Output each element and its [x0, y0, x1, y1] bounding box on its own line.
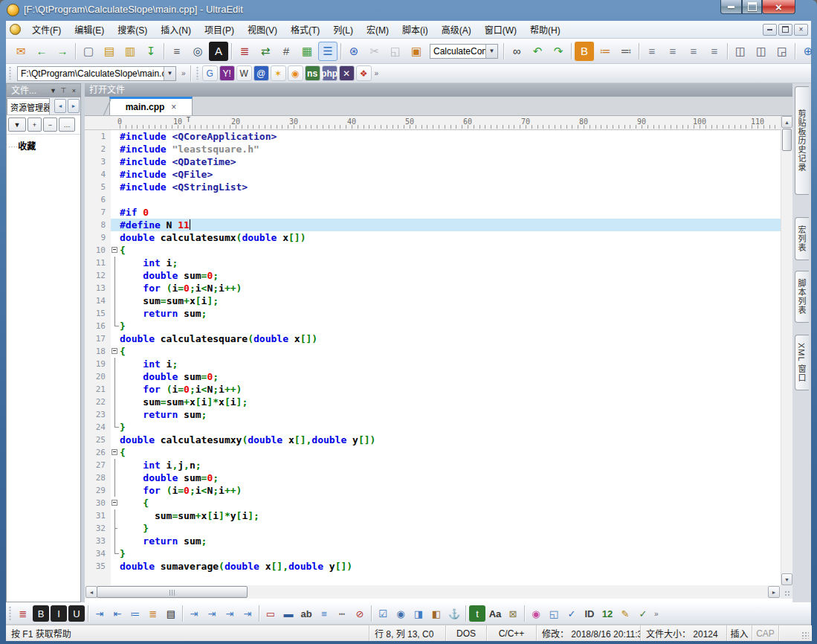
indent-button-2[interactable]: ⇥ [204, 605, 220, 622]
code-text[interactable]: double calculatesquare(double x[]) [120, 332, 781, 345]
wand-button[interactable]: ✎ [617, 605, 633, 622]
explorer-tab[interactable]: 资源管理器 [7, 98, 50, 115]
code-line-15[interactable]: 15 return sum; [85, 307, 781, 320]
tile-windows-button[interactable]: ◫ [752, 42, 771, 61]
menu-item-3[interactable]: 搜索(S) [111, 21, 154, 38]
menu-item-10[interactable]: 脚本(i) [395, 21, 435, 38]
fold-start-icon[interactable] [111, 446, 120, 459]
code-line-17[interactable]: 17double calculatesquare(double x[]) [85, 332, 781, 345]
code-text[interactable]: sum=sum+x[i]; [120, 294, 781, 307]
fold-mid-icon[interactable] [111, 396, 120, 408]
code-line-13[interactable]: 13 for (i=0;i<N;i++) [85, 282, 781, 294]
ultraedit-mail-button[interactable]: ✉ [11, 42, 30, 61]
code-line-25[interactable]: 25double calculatesumxy(double x[],doubl… [85, 434, 781, 446]
fold-mid-icon[interactable] [111, 358, 120, 370]
reformat-button[interactable]: ⇄ [256, 42, 275, 61]
tab-close-icon[interactable]: × [171, 102, 176, 112]
x-web-button[interactable]: ✕ [339, 65, 355, 81]
mdi-close-button[interactable]: × [794, 24, 808, 36]
tab-scroll-left-icon[interactable]: ◄ [54, 99, 66, 113]
code-text[interactable]: int i; [120, 257, 781, 269]
browse-button[interactable]: … [59, 117, 75, 132]
copy-button[interactable]: ◱ [386, 42, 405, 61]
php-button[interactable]: php [322, 65, 338, 81]
fold-start-icon[interactable] [111, 497, 120, 509]
code-line-11[interactable]: 11 int i; [85, 257, 781, 269]
code-text[interactable]: #include <QDateTime> [120, 155, 781, 168]
code-editor[interactable]: 1#include <QCoreApplication>2#include "l… [85, 130, 781, 585]
vertical-scrollbar[interactable]: ▲ ▼ [781, 116, 792, 585]
xml-window-tab[interactable]: XML 窗口 [795, 335, 809, 390]
code-line-34[interactable]: 34} [85, 547, 781, 560]
macro-list-tab[interactable]: 宏列表 [795, 217, 809, 260]
fold-mid-icon[interactable] [111, 408, 120, 421]
menu-item-4[interactable]: 插入(N) [154, 21, 198, 38]
chevron-down-icon[interactable]: ▼ [485, 45, 497, 58]
column-mode-button[interactable]: ▦ [297, 42, 317, 61]
panel-menu-icon[interactable]: ▼ [48, 86, 58, 96]
code-text[interactable]: for (i=0;i<N;i++) [120, 484, 781, 497]
code-line-1[interactable]: 1#include <QCoreApplication> [85, 130, 781, 143]
code-text[interactable]: for (i=0;i<N;i++) [120, 282, 781, 294]
code-line-2[interactable]: 2#include "leastsquare.h" [85, 143, 781, 155]
bookmark-button[interactable]: B [575, 42, 594, 61]
code-line-29[interactable]: 29 for (i=0;i<N;i++) [85, 484, 781, 497]
fold-mid-icon[interactable] [111, 257, 120, 269]
color-picker-button[interactable]: ◉ [528, 605, 544, 622]
font-button[interactable]: A [209, 42, 228, 61]
code-line-10[interactable]: 10{ [85, 244, 781, 257]
clipboard-history-tab[interactable]: 剪贴板历史记录 [795, 86, 809, 195]
status-insert-mode[interactable]: 插入 [727, 625, 752, 641]
spellcheck-button[interactable]: ✓ [563, 605, 580, 622]
office-button[interactable]: ❖ [356, 65, 372, 81]
menu-item-6[interactable]: 视图(V) [241, 21, 284, 38]
color-list-button[interactable]: ≣ [145, 605, 161, 622]
code-text[interactable]: sum=sum+x[i]*y[i]; [120, 509, 781, 522]
code-line-12[interactable]: 12 double sum=0; [85, 269, 781, 282]
fold-end-icon[interactable] [111, 320, 120, 332]
toolbar-grip[interactable] [8, 67, 12, 80]
copy-html-button[interactable]: ◱ [546, 605, 562, 622]
id-button[interactable]: ID [581, 605, 598, 622]
fold-mid-icon[interactable] [111, 509, 120, 522]
indent-button-1[interactable]: ⇥ [186, 605, 202, 622]
underline-button[interactable]: U [68, 605, 85, 622]
code-text[interactable]: #define N 11 [120, 219, 781, 231]
line-display-button[interactable]: ☰ [318, 42, 338, 61]
add-button[interactable]: + [28, 117, 42, 132]
toolbar-grip[interactable] [8, 606, 12, 621]
indent-button-3[interactable]: ⇥ [222, 605, 238, 622]
vertical-scroll-thumb[interactable] [782, 129, 792, 151]
push-button-button[interactable]: ▬ [280, 605, 297, 622]
code-text[interactable]: } [120, 421, 781, 434]
code-line-24[interactable]: 24} [85, 421, 781, 434]
pin-icon[interactable]: ⊤ [59, 86, 68, 96]
code-text[interactable]: } [120, 547, 781, 560]
html-tidy-button[interactable]: t [469, 605, 485, 622]
code-text[interactable] [120, 193, 781, 206]
fold-start-icon[interactable] [111, 244, 120, 257]
fold-mid-icon[interactable] [111, 383, 120, 396]
horizontal-scroll-thumb[interactable] [97, 586, 248, 598]
code-text[interactable]: sum=sum+x[i]*x[i]; [120, 396, 781, 408]
code-line-32[interactable]: 32 } [85, 522, 781, 535]
open-file-button[interactable]: ▤ [100, 42, 119, 61]
code-line-31[interactable]: 31 sum=sum+x[i]*y[i]; [85, 509, 781, 522]
code-text[interactable]: double sum=0; [120, 370, 781, 383]
code-text[interactable]: int i,j,n; [120, 459, 781, 471]
scroll-down-icon[interactable]: ▼ [781, 573, 792, 585]
fold-mid-icon[interactable] [111, 282, 120, 294]
code-line-19[interactable]: 19 int i; [85, 358, 781, 370]
tree-item-favorites[interactable]: ····收藏 [8, 139, 79, 152]
code-line-35[interactable]: 35double sumaverage(double x[],double y[… [85, 560, 781, 573]
find-prev-button[interactable]: ↶ [528, 42, 547, 61]
fold-mid-icon[interactable] [111, 307, 120, 320]
code-line-8[interactable]: 8#define N 11 [85, 219, 781, 231]
menu-item-7[interactable]: 格式(T) [284, 21, 326, 38]
form-button[interactable]: ▭ [262, 605, 279, 622]
code-text[interactable]: #include <QFile> [120, 168, 781, 181]
code-line-4[interactable]: 4#include <QFile> [85, 168, 781, 181]
cut-button[interactable]: ✂ [365, 42, 384, 61]
indent-button-4[interactable]: ⇥ [239, 605, 256, 622]
horizontal-scrollbar[interactable]: ◄ ► [85, 585, 781, 599]
